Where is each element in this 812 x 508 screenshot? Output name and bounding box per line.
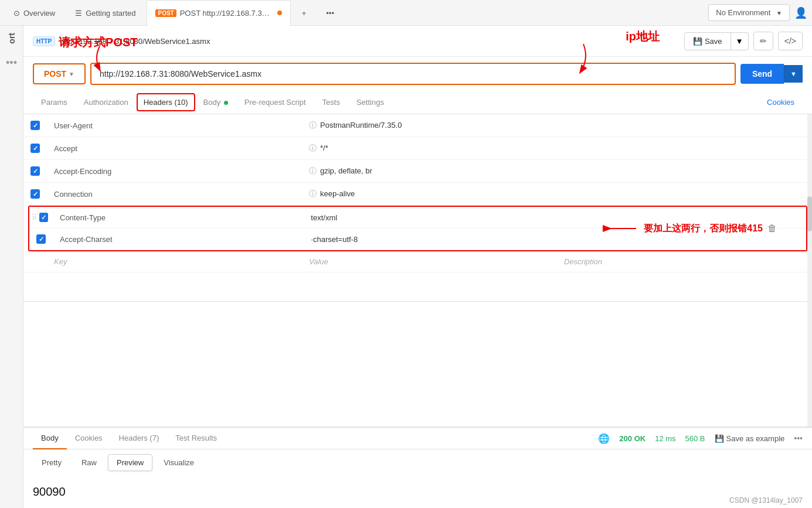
header-desc-empty[interactable]: Description [557,251,812,272]
save-dropdown-button[interactable]: ▼ [731,32,749,50]
edit-icon-button[interactable]: ✏ [753,32,773,50]
send-button-group: Send ▼ [740,64,803,84]
account-icon[interactable]: 👤 [794,6,807,19]
preview-tab-preview[interactable]: Preview [108,454,152,471]
response-body-value: 90090 [33,485,66,498]
header-key-empty[interactable]: Key [47,251,302,272]
save-example-label: Save as example [726,434,785,443]
tab-add[interactable]: + [293,0,315,26]
resp-meta: 🌐 200 OK 12 ms 560 B 💾 Save as example •… [598,433,803,444]
tab-settings[interactable]: Settings [348,92,392,114]
info-icon: ⓘ [309,189,317,198]
checkbox-cell[interactable]: ✓ [23,115,47,136]
env-label: No Environment [716,8,770,17]
getting-started-icon: ☰ [75,9,82,18]
save-example-button[interactable]: 💾 Save as example [715,434,785,443]
header-desc [555,233,806,245]
response-more-icon[interactable]: ••• [794,434,803,443]
checkbox-cell[interactable]: ⠿ ✓ [29,207,53,228]
header-value-content-type: text/xml [304,207,555,228]
main-layout: ort ••• HTTP http://192.168.7.31:8080/We… [0,26,812,508]
header-value-empty[interactable]: Value [302,251,557,272]
tab-more[interactable]: ••• [317,0,343,26]
checkbox-cell-empty [23,256,47,268]
checkbox-accept-charset[interactable]: ✓ [36,234,46,244]
tab-params[interactable]: Params [33,92,76,114]
sidebar-more-icon[interactable]: ••• [6,57,17,69]
tab-bar: ⊙ Overview ☰ Getting started POST POST h… [0,0,812,26]
code-icon-button[interactable]: </> [778,32,803,50]
http-badge: HTTP [33,36,55,46]
header-desc [555,212,806,223]
tests-label: Tests [322,98,340,107]
checkbox-user-agent[interactable]: ✓ [30,121,40,130]
checkbox-cell[interactable]: ✓ [29,229,53,250]
preview-tab-raw[interactable]: Raw [73,454,106,471]
send-main-button[interactable]: Send [740,64,784,84]
resp-tab-test-results[interactable]: Test Results [167,428,225,449]
table-row: ✓ User-Agent ⓘPostmanRuntime/7.35.0 [23,114,812,137]
tab-body[interactable]: Body [195,92,236,114]
header-value: ⓘgzip, deflate, br [302,160,557,182]
sidebar-edge-text: ort [7,33,16,44]
preview-label: Preview [117,458,144,467]
resp-tab-headers[interactable]: Headers (7) [111,428,168,449]
checkbox-cell[interactable]: ✓ [23,161,47,182]
add-tab-icon: + [302,9,307,18]
tab-pre-request[interactable]: Pre-request Script [236,92,314,114]
save-icon: 💾 [693,37,702,46]
preview-tabs: Pretty Raw Preview Visualize [23,449,812,476]
table-row: ✓ Connection ⓘkeep-alive [23,183,812,206]
no-environment-select[interactable]: No Environment ▼ [708,4,790,21]
preview-tab-pretty[interactable]: Pretty [33,454,70,471]
more-tabs-icon: ••• [326,9,334,18]
checkbox-content-type[interactable]: ✓ [39,213,48,222]
footer-bar: CSDN @1314lay_1007 [720,493,812,508]
info-icon: ⓘ [309,166,317,175]
tab-getting-started[interactable]: ☰ Getting started [66,0,144,26]
resp-tab-body[interactable]: Body [33,428,67,449]
checkbox-accept[interactable]: ✓ [30,144,40,153]
highlighted-rows-container: ⠿ ✓ Content-Type text/xml ✓ [23,206,812,251]
raw-label: Raw [81,458,97,467]
tab-authorization[interactable]: Authorization [76,92,137,114]
checkbox-cell[interactable]: ✓ [23,183,47,204]
visualize-label: Visualize [164,458,194,467]
table-row: ⠿ ✓ Content-Type text/xml [29,207,806,229]
checkbox-connection[interactable]: ✓ [30,189,40,199]
header-desc [557,142,812,154]
header-value: ⓘPostmanRuntime/7.35.0 [302,114,557,137]
headers-table: ✓ User-Agent ⓘPostmanRuntime/7.35.0 ✓ Ac… [23,114,812,302]
resp-tab-cookies[interactable]: Cookies [67,428,111,449]
method-button[interactable]: POST ▼ [33,63,86,84]
env-dropdown-icon: ▼ [776,10,782,16]
tab-post-request[interactable]: POST POST http://192.168.7.31:80 [147,0,290,26]
pre-request-label: Pre-request Script [244,98,306,107]
body-dot [224,101,228,105]
main-content: HTTP http://192.168.7.31:8080/WebService… [23,26,812,508]
table-row-empty: Key Value Description [23,251,812,272]
url-input[interactable] [90,63,736,85]
resp-body-label: Body [41,434,59,442]
header-key: User-Agent [47,115,302,136]
scrollbar-thumb[interactable] [807,196,812,231]
tab-cookies[interactable]: Cookies [759,92,803,114]
tab-overview[interactable]: ⊙ Overview [5,0,64,26]
send-split-button[interactable]: ▼ [784,65,803,83]
preview-tab-visualize[interactable]: Visualize [155,454,203,471]
save-button[interactable]: 💾 Save [684,32,731,50]
method-label: POST [44,69,66,79]
tab-headers[interactable]: Headers (10) [137,93,195,111]
params-label: Params [41,98,67,107]
drag-handle: ⠿ [32,213,37,221]
send-label: Send [752,69,772,79]
tab-actions: No Environment ▼ 👤 [708,4,807,21]
checkbox-cell[interactable]: ✓ [23,138,47,159]
header-desc [557,120,812,131]
tab-overview-label: Overview [23,9,55,18]
tab-tests[interactable]: Tests [314,92,348,114]
info-icon: ⓘ [309,144,317,152]
response-size: 560 B [685,434,705,443]
header-value: ⓘkeep-alive [302,183,557,205]
checkbox-accept-encoding[interactable]: ✓ [30,166,40,176]
